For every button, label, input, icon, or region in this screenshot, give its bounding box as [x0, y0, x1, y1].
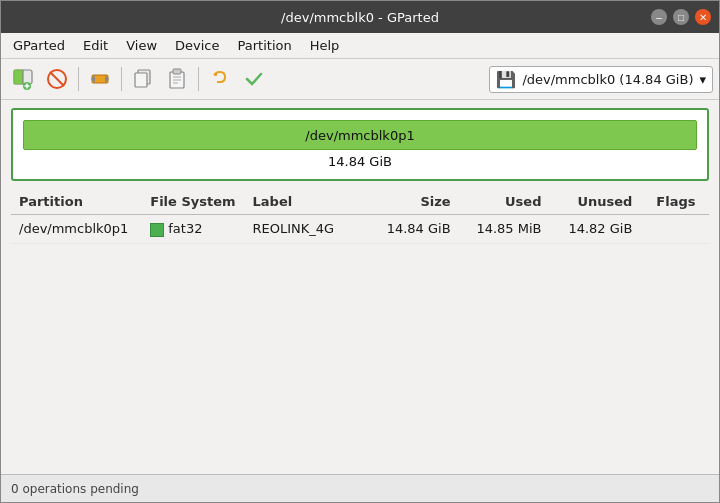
status-text: 0 operations pending [11, 482, 139, 496]
col-header-partition: Partition [11, 189, 142, 215]
device-selector[interactable]: 💾 /dev/mmcblk0 (14.84 GiB) ▾ [489, 66, 713, 93]
menu-help[interactable]: Help [302, 35, 348, 56]
col-header-unused: Unused [557, 189, 648, 215]
svg-rect-1 [14, 70, 23, 84]
col-header-filesystem: File System [142, 189, 244, 215]
filesystem-color-box [150, 223, 164, 237]
window-controls: – □ ✕ [651, 9, 711, 25]
resize-move-button[interactable] [84, 63, 116, 95]
partition-bar-label: /dev/mmcblk0p1 [305, 128, 414, 143]
delete-partition-button[interactable] [41, 63, 73, 95]
cell-flags [648, 215, 709, 244]
toolbar-separator-2 [121, 67, 122, 91]
cell-partition: /dev/mmcblk0p1 [11, 215, 142, 244]
device-label: /dev/mmcblk0 (14.84 GiB) [522, 72, 693, 87]
menu-partition[interactable]: Partition [230, 35, 300, 56]
new-icon [12, 68, 34, 90]
cell-used: 14.85 MiB [467, 215, 558, 244]
partition-rows: /dev/mmcblk0p1 fat32 REOLINK_4G 14.84 Gi… [11, 215, 709, 244]
copy-partition-button[interactable] [127, 63, 159, 95]
paste-partition-button[interactable] [161, 63, 193, 95]
delete-icon [46, 68, 68, 90]
toolbar-separator-3 [198, 67, 199, 91]
menu-gparted[interactable]: GParted [5, 35, 73, 56]
minimize-button[interactable]: – [651, 9, 667, 25]
statusbar: 0 operations pending [1, 474, 719, 502]
partitions-table: Partition File System Label Size Used Un… [11, 189, 709, 244]
menu-device[interactable]: Device [167, 35, 227, 56]
col-header-flags: Flags [648, 189, 709, 215]
partition-size-label: 14.84 GiB [328, 154, 392, 169]
col-header-size: Size [376, 189, 467, 215]
undo-button[interactable] [204, 63, 236, 95]
cell-size: 14.84 GiB [376, 215, 467, 244]
device-dropdown-icon: ▾ [699, 72, 706, 87]
toolbar: 💾 /dev/mmcblk0 (14.84 GiB) ▾ [1, 59, 719, 100]
cell-label: REOLINK_4G [245, 215, 376, 244]
resize-icon [89, 68, 111, 90]
cell-filesystem: fat32 [142, 215, 244, 244]
new-partition-button[interactable] [7, 63, 39, 95]
svg-rect-13 [135, 73, 147, 87]
menu-view[interactable]: View [118, 35, 165, 56]
col-header-used: Used [467, 189, 558, 215]
apply-button[interactable] [238, 63, 270, 95]
maximize-button[interactable]: □ [673, 9, 689, 25]
svg-rect-15 [173, 69, 181, 74]
window-title: /dev/mmcblk0 - GParted [281, 10, 439, 25]
close-button[interactable]: ✕ [695, 9, 711, 25]
col-header-label: Label [245, 189, 376, 215]
undo-icon [209, 68, 231, 90]
disk-visualization: /dev/mmcblk0p1 14.84 GiB [11, 108, 709, 181]
apply-icon [243, 68, 265, 90]
device-disk-icon: 💾 [496, 70, 516, 89]
svg-line-8 [50, 72, 64, 86]
titlebar: /dev/mmcblk0 - GParted – □ ✕ [1, 1, 719, 33]
cell-unused: 14.82 GiB [557, 215, 648, 244]
paste-icon [166, 68, 188, 90]
partition-table: Partition File System Label Size Used Un… [1, 189, 719, 474]
menu-edit[interactable]: Edit [75, 35, 116, 56]
partition-bar[interactable]: /dev/mmcblk0p1 [23, 120, 697, 150]
toolbar-separator-1 [78, 67, 79, 91]
table-row[interactable]: /dev/mmcblk0p1 fat32 REOLINK_4G 14.84 Gi… [11, 215, 709, 244]
menubar: GParted Edit View Device Partition Help [1, 33, 719, 59]
table-header-row: Partition File System Label Size Used Un… [11, 189, 709, 215]
copy-icon [132, 68, 154, 90]
